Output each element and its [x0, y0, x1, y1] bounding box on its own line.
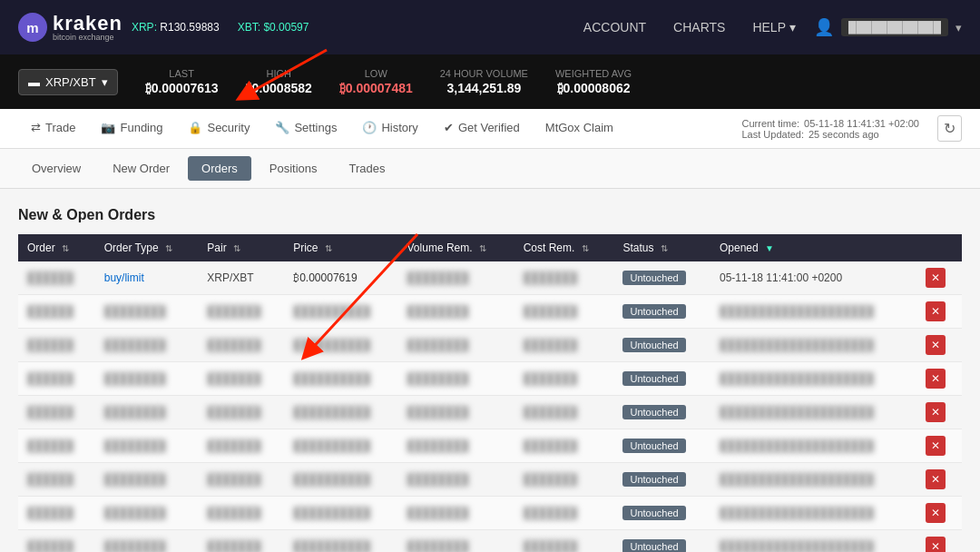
- user-icon: 👤: [814, 17, 834, 37]
- order-action: ✕: [916, 261, 962, 295]
- orders-body: ██████ buy/limit XRP/XBT ₿0.00007619 ███…: [18, 261, 962, 552]
- delete-order-button[interactable]: ✕: [926, 369, 946, 389]
- subtab-trades[interactable]: Trades: [336, 156, 399, 181]
- nav-account[interactable]: ACCOUNT: [583, 20, 646, 34]
- main-content: New & Open Orders Order ⇅ Order Type ⇅ P…: [0, 189, 980, 552]
- main-tabs: ⇄ Trade 📷 Funding 🔒 Security 🔧 Settings …: [18, 109, 626, 149]
- table-row: ██████ ████████ ███████ ██████████ █████…: [18, 497, 962, 530]
- ticker-bar: ▬ XRP/XBT ▾ LAST ₿0.00007613 HIGH ₿0.000…: [0, 54, 980, 109]
- tab-trade[interactable]: ⇄ Trade: [18, 109, 88, 149]
- tab-get-verified-label: Get Verified: [458, 121, 520, 134]
- pair-selector[interactable]: ▬ XRP/XBT ▾: [18, 69, 118, 95]
- delete-order-button[interactable]: ✕: [926, 268, 946, 288]
- tab-get-verified[interactable]: ✔ Get Verified: [431, 109, 533, 149]
- delete-order-button[interactable]: ✕: [926, 503, 946, 523]
- subtab-overview[interactable]: Overview: [18, 156, 94, 181]
- tab-settings-label: Settings: [294, 121, 337, 134]
- tab-trade-label: Trade: [45, 121, 75, 134]
- tab-funding[interactable]: 📷 Funding: [88, 109, 175, 149]
- table-header: Order ⇅ Order Type ⇅ Pair ⇅ Price ⇅ Volu…: [18, 234, 962, 261]
- stat-high-label: HIGH: [246, 68, 312, 79]
- stat-high: HIGH ₿0.0008582: [246, 68, 312, 95]
- brand-name: kraken bitcoin exchange: [53, 14, 122, 42]
- refresh-button[interactable]: ↻: [937, 115, 962, 142]
- col-price[interactable]: Price ⇅: [284, 234, 397, 261]
- delete-order-button[interactable]: ✕: [926, 436, 946, 456]
- section-title: New & Open Orders: [18, 207, 962, 223]
- ticker-xrp: XRP: R130.59883: [132, 21, 220, 34]
- user-area: 👤 ████████████ ▾: [814, 17, 962, 37]
- username-display[interactable]: ████████████: [841, 18, 948, 36]
- order-price: ₿0.00007619: [284, 261, 397, 295]
- order-type-value: buy/limit: [104, 271, 144, 284]
- order-id: ██████: [18, 261, 95, 295]
- table-row: ██████ buy/limit XRP/XBT ₿0.00007619 ███…: [18, 261, 962, 295]
- ticker-bar-wrapper: ▬ XRP/XBT ▾ LAST ₿0.00007613 HIGH ₿0.000…: [0, 54, 980, 109]
- col-actions: [916, 234, 962, 261]
- tab-mtgox[interactable]: MtGox Claim: [533, 109, 626, 149]
- tab-funding-label: Funding: [120, 121, 162, 134]
- stat-last: LAST ₿0.00007613: [145, 68, 219, 95]
- table-row: ██████ ████████ ███████ ██████████ █████…: [18, 329, 962, 362]
- delete-order-button[interactable]: ✕: [926, 335, 946, 355]
- table-row: ██████ ████████ ███████ ██████████ █████…: [18, 463, 962, 497]
- funding-icon: 📷: [101, 121, 115, 134]
- status-badge: Untouched: [622, 405, 685, 419]
- nav-charts[interactable]: CHARTS: [673, 20, 725, 34]
- settings-icon: 🔧: [275, 121, 289, 134]
- stat-weighted-avg-label: WEIGHTED AVG: [555, 68, 632, 79]
- order-status: Untouched: [613, 261, 710, 295]
- status-badge: Untouched: [622, 338, 685, 352]
- col-cost[interactable]: Cost Rem. ⇅: [514, 234, 614, 261]
- delete-order-button[interactable]: ✕: [926, 537, 946, 552]
- brand-sub-text: bitcoin exchange: [53, 34, 122, 42]
- last-updated-row: Last Updated: 25 seconds ago: [742, 129, 920, 140]
- tab-settings[interactable]: 🔧 Settings: [262, 109, 349, 149]
- stat-weighted-avg-value: ₿0.00008062: [555, 81, 632, 95]
- table-row: ██████ ████████ ███████ ██████████ █████…: [18, 429, 962, 463]
- clock-icon: 🕐: [362, 121, 377, 134]
- table-row: ██████ ████████ ███████ ██████████ █████…: [18, 295, 962, 329]
- ticker-xrp-value: R130.59883: [160, 21, 219, 34]
- stat-low: LOW ₿0.00007481: [339, 68, 413, 95]
- col-status[interactable]: Status ⇅: [613, 234, 710, 261]
- stat-volume-label: 24 HOUR VOLUME: [440, 68, 528, 79]
- last-updated-label: Last Updated:: [742, 129, 805, 140]
- chevron-down-icon: ▾: [956, 21, 962, 34]
- tab-mtgox-label: MtGox Claim: [545, 121, 613, 134]
- current-time-row: Current time: 05-11-18 11:41:31 +02:00: [742, 118, 920, 129]
- order-type-cell: buy/limit: [95, 261, 199, 295]
- check-icon: ✔: [444, 121, 454, 134]
- stat-low-value: ₿0.00007481: [339, 81, 413, 95]
- top-ticker: XRP: R130.59883 XBT: $0.00597: [132, 21, 309, 34]
- stat-volume: 24 HOUR VOLUME 3,144,251.89: [440, 68, 528, 95]
- ticker-xbt-value: $0.00597: [263, 21, 309, 34]
- stat-high-value: ₿0.0008582: [246, 81, 312, 95]
- time-info: Current time: 05-11-18 11:41:31 +02:00 L…: [742, 115, 963, 142]
- status-badge: Untouched: [622, 506, 685, 520]
- subtab-positions[interactable]: Positions: [256, 156, 331, 181]
- status-badge: Untouched: [622, 304, 685, 319]
- nav-help[interactable]: HELP ▾: [752, 20, 796, 34]
- delete-order-button[interactable]: ✕: [926, 469, 946, 489]
- col-volume[interactable]: Volume Rem. ⇅: [398, 234, 514, 261]
- status-badge: Untouched: [622, 439, 685, 453]
- chart-icon: ▬: [28, 75, 40, 89]
- col-order[interactable]: Order ⇅: [18, 234, 95, 261]
- tab-security[interactable]: 🔒 Security: [175, 109, 262, 149]
- subtab-orders[interactable]: Orders: [188, 156, 251, 181]
- order-cost: ███████: [514, 261, 614, 295]
- logo-icon: m: [18, 13, 47, 42]
- logo: m kraken bitcoin exchange: [18, 13, 122, 42]
- subtab-new-order[interactable]: New Order: [99, 156, 183, 181]
- table-row: ██████ ████████ ███████ ██████████ █████…: [18, 362, 962, 396]
- col-pair[interactable]: Pair ⇅: [198, 234, 284, 261]
- nav-links: ACCOUNT CHARTS HELP ▾: [583, 20, 796, 34]
- tab-history[interactable]: 🕐 History: [349, 109, 430, 149]
- orders-table: Order ⇅ Order Type ⇅ Pair ⇅ Price ⇅ Volu…: [18, 234, 962, 552]
- col-order-type[interactable]: Order Type ⇅: [95, 234, 199, 261]
- delete-order-button[interactable]: ✕: [926, 402, 946, 422]
- lock-icon: 🔒: [188, 121, 202, 134]
- delete-order-button[interactable]: ✕: [926, 301, 946, 321]
- col-opened[interactable]: Opened ▼: [710, 234, 916, 261]
